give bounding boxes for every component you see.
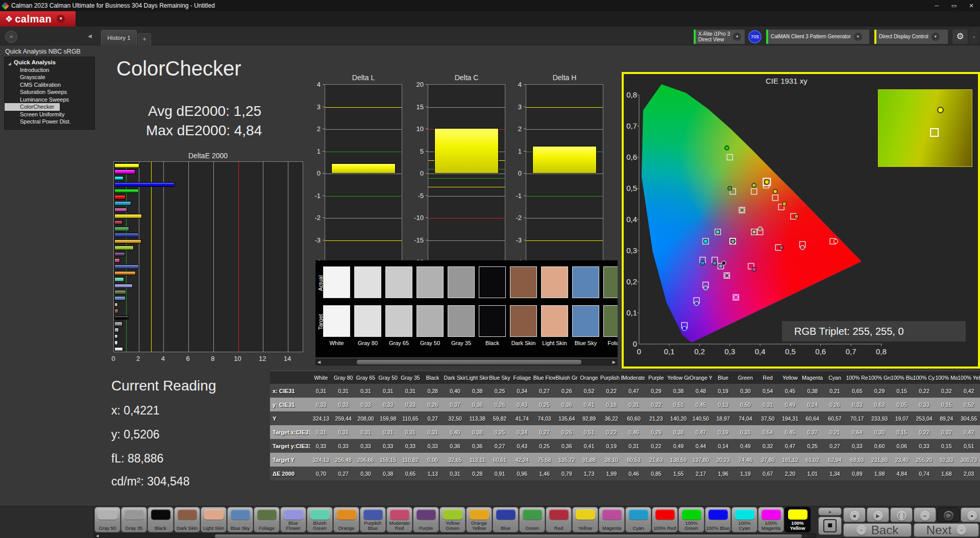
scroll-right-icon[interactable]: ▶ bbox=[612, 359, 616, 365]
patch-button-red[interactable]: Red bbox=[546, 507, 572, 532]
de-bar-dark-skin bbox=[114, 309, 118, 313]
patch-button-gray-50[interactable]: Gray 50 bbox=[94, 507, 120, 532]
patch-button-magenta[interactable]: Magenta bbox=[599, 507, 625, 532]
gridline bbox=[325, 174, 402, 174]
close-button[interactable]: ✕ bbox=[963, 3, 980, 9]
sync-button[interactable]: ⟳ bbox=[937, 507, 960, 522]
yellow-ref-line bbox=[151, 162, 152, 352]
maximize-button[interactable]: ▭ bbox=[945, 3, 963, 9]
tree-expand-icon[interactable]: ◢ bbox=[8, 60, 11, 68]
col-header-100-red: 100% Red bbox=[846, 371, 868, 384]
loop-button[interactable]: ∞ bbox=[914, 507, 936, 522]
de-bar-100-red bbox=[114, 195, 126, 200]
pattern-generator-dropdown[interactable]: CalMAN Client 3 Pattern Generator ▼ bbox=[766, 29, 870, 44]
de-tick-14: 14 bbox=[280, 355, 295, 362]
sidebar-item-grayscale[interactable]: Grayscale bbox=[5, 74, 94, 81]
swatch-scrollbar[interactable]: ◀ ▶ bbox=[315, 359, 618, 365]
record-button[interactable]: ● bbox=[961, 507, 980, 522]
tick-mark bbox=[426, 195, 428, 196]
chevron-down-icon[interactable]: ▼ bbox=[733, 33, 741, 41]
patch-button-100-cyan[interactable]: 100% Cyan bbox=[731, 507, 757, 532]
patch-label: Black bbox=[148, 526, 173, 531]
chevron-down-icon[interactable]: ▼ bbox=[854, 33, 862, 41]
back-button[interactable]: « Back bbox=[843, 523, 912, 537]
strip-scrollbar-thumb[interactable] bbox=[215, 534, 802, 538]
patch-button-gray-35[interactable]: Gray 35 bbox=[121, 507, 147, 532]
gridline bbox=[288, 162, 288, 352]
logo-menu-chevron-icon[interactable]: ▼ bbox=[57, 15, 65, 23]
settings-gear-icon[interactable]: ⚙ bbox=[952, 30, 968, 44]
next-button[interactable]: Next » bbox=[914, 523, 979, 537]
patch-button-100-green[interactable]: 100% Green bbox=[678, 507, 704, 532]
scroll-left-icon[interactable]: ◀ bbox=[317, 359, 321, 365]
scroll-left-icon[interactable]: ◀ bbox=[96, 534, 99, 538]
tab-history-1[interactable]: History 1 bbox=[101, 30, 137, 45]
de-tick-8: 8 bbox=[205, 355, 220, 362]
sidebar-item-colorchecker[interactable]: ColorChecker bbox=[5, 103, 60, 111]
patch-button-orange-yellow[interactable]: Orange Yellow bbox=[466, 507, 492, 532]
sidebar-item-saturation-sweeps[interactable]: Saturation Sweeps bbox=[5, 88, 94, 96]
patch-label: Orange bbox=[334, 526, 359, 531]
patch-label: 100% Blue bbox=[705, 526, 730, 531]
patch-button-dark-skin[interactable]: Dark Skin bbox=[174, 507, 200, 532]
scroll-right-icon[interactable]: ▶ bbox=[805, 534, 807, 538]
sidebar-collapse-icon[interactable]: ◀ bbox=[88, 33, 92, 39]
patch-button-orange[interactable]: Orange bbox=[333, 507, 359, 532]
svg-text:0,1: 0,1 bbox=[664, 347, 675, 356]
patch-label: 100% Red bbox=[652, 526, 677, 531]
de-bar-100-blue bbox=[114, 182, 175, 187]
patch-button-purplish-blue[interactable]: Purplish Blue bbox=[360, 507, 386, 532]
gridline bbox=[263, 162, 263, 352]
patch-chip bbox=[151, 509, 170, 520]
display-control-dropdown[interactable]: Direct Display Control ▼ bbox=[874, 29, 948, 44]
patch-button-100-yellow[interactable]: 100% Yellow bbox=[785, 507, 811, 532]
play-button[interactable]: ▶ bbox=[867, 507, 889, 522]
patch-button-yellow-green[interactable]: Yellow Green bbox=[439, 507, 465, 532]
minimize-button[interactable]: ─ bbox=[928, 3, 945, 9]
patch-button-light-skin[interactable]: Light Skin bbox=[201, 507, 227, 532]
patch-button-100-blue[interactable]: 100% Blue bbox=[705, 507, 731, 532]
patch-button-yellow[interactable]: Yellow bbox=[572, 507, 598, 532]
y-tick: -5 bbox=[410, 192, 424, 200]
patch-button-purple[interactable]: Purple bbox=[413, 507, 439, 532]
tree-root-quick-analysis[interactable]: ◢ Quick Analysis bbox=[5, 59, 94, 66]
calman-logo[interactable]: ❖ calman ▼ bbox=[0, 11, 76, 27]
corner-menu-button[interactable]: ▪ bbox=[969, 30, 979, 44]
patch-button-blue[interactable]: Blue bbox=[493, 507, 519, 532]
patch-button-blue-flower[interactable]: Blue Flower bbox=[280, 507, 306, 532]
add-tab-button[interactable]: + bbox=[138, 33, 151, 45]
patch-button-moderate-red[interactable]: Moderate Red bbox=[386, 507, 412, 532]
sidebar-item-introduction[interactable]: Introduction bbox=[5, 66, 94, 74]
stop-button[interactable]: ■ bbox=[843, 507, 866, 522]
de-tick-6: 6 bbox=[180, 355, 195, 362]
workflow-back-button[interactable]: « bbox=[5, 31, 17, 43]
sidebar-item-spectral-power-dist-[interactable]: Spectral Power Dist. bbox=[5, 118, 94, 126]
patch-button-black[interactable]: Black bbox=[148, 507, 174, 532]
deltae-chart-title: DeltaE 2000 bbox=[113, 152, 303, 160]
strip-scroll-up-button[interactable]: ▲ bbox=[818, 507, 842, 516]
svg-text:0,7: 0,7 bbox=[846, 347, 856, 356]
de-bar-yellow bbox=[114, 214, 142, 218]
pattern-window-button[interactable]: ■ bbox=[818, 517, 842, 535]
patch-button-100-red[interactable]: 100% Red bbox=[652, 507, 678, 532]
de-bar-blue bbox=[114, 233, 139, 237]
patch-button-100-magenta[interactable]: 100% Magenta bbox=[758, 507, 784, 532]
chevron-down-icon[interactable]: ▼ bbox=[932, 33, 940, 41]
svg-text:0,2: 0,2 bbox=[626, 277, 637, 286]
patch-button-cyan[interactable]: Cyan bbox=[625, 507, 651, 532]
de-bar-black bbox=[114, 315, 129, 320]
swatch-scrollbar-thumb[interactable] bbox=[357, 360, 581, 364]
yellow-ref-line bbox=[526, 107, 603, 108]
de-bar-gray-65 bbox=[114, 334, 118, 339]
sidebar-item-cms-calibration[interactable]: CMS Calibration bbox=[5, 81, 94, 89]
y-tick: 3 bbox=[307, 103, 321, 111]
patch-strip-scrollbar[interactable]: ◀ ▶ bbox=[94, 533, 816, 538]
patch-button-foliage[interactable]: Foliage bbox=[254, 507, 280, 532]
patch-button-blue-sky[interactable]: Blue Sky bbox=[227, 507, 253, 532]
patch-button-bluish-green[interactable]: Bluish Green bbox=[307, 507, 333, 532]
sidebar-item-screen-uniformity[interactable]: Screen Uniformity bbox=[5, 111, 94, 118]
meter-dropdown[interactable]: X-Rite i1Pro 3Direct View ▼ bbox=[693, 29, 745, 44]
step-button[interactable]: [··] bbox=[890, 507, 913, 522]
patch-button-green[interactable]: Green bbox=[519, 507, 545, 532]
sidebar-item-luminance-sweeps[interactable]: Luminance Sweeps bbox=[5, 96, 94, 104]
